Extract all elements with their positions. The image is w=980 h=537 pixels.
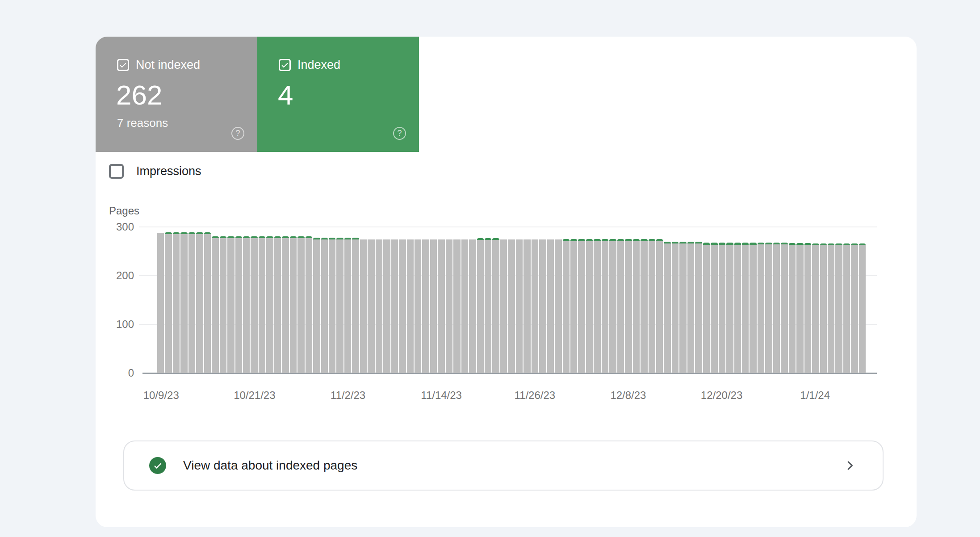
bar-11/20/23[interactable] (485, 238, 491, 373)
impressions-checkbox[interactable] (109, 164, 124, 179)
bar-12/17/23[interactable] (695, 242, 702, 373)
bar-11/4/23[interactable] (360, 239, 367, 373)
bar-12/25/23[interactable] (758, 243, 764, 373)
bar-1/1/24[interactable] (812, 243, 819, 373)
bar-10/18/23[interactable] (227, 236, 234, 373)
bar-11/8/23[interactable] (391, 239, 398, 373)
bar-11/16/23[interactable] (453, 239, 460, 373)
bar-10/29/23[interactable] (313, 238, 320, 373)
bar-11/14/23[interactable] (438, 239, 444, 373)
bar-11/10/23[interactable] (407, 239, 414, 373)
bar-11/29/23[interactable] (555, 239, 561, 373)
bar-12/31/23[interactable] (804, 243, 811, 373)
bar-11/26/23[interactable] (532, 239, 538, 373)
bar-1/6/24[interactable] (851, 243, 858, 373)
bar-11/27/23[interactable] (539, 239, 546, 373)
bar-11/23/23[interactable] (508, 239, 515, 373)
checkbox-checked-icon[interactable] (279, 59, 291, 71)
bar-1/4/24[interactable] (835, 243, 842, 373)
bar-11/28/23[interactable] (547, 239, 554, 373)
bar-10/21/23[interactable] (251, 236, 257, 373)
bar-12/15/23[interactable] (679, 242, 686, 373)
bar-1/3/24[interactable] (828, 243, 834, 373)
bar-12/4/23[interactable] (594, 239, 600, 373)
bar-11/6/23[interactable] (376, 239, 382, 373)
bar-11/5/23[interactable] (368, 239, 374, 373)
bar-12/12/23[interactable] (656, 239, 663, 373)
bar-10/16/23[interactable] (212, 236, 218, 373)
bar-10/31/23[interactable] (329, 238, 335, 373)
bar-11/22/23[interactable] (500, 239, 507, 373)
bar-12/16/23[interactable] (687, 242, 694, 373)
bar-11/7/23[interactable] (383, 239, 390, 373)
bar-12/3/23[interactable] (586, 239, 593, 373)
help-icon[interactable]: ? (231, 127, 244, 140)
bar-11/21/23[interactable] (492, 238, 499, 373)
bar-11/11/23[interactable] (415, 239, 421, 373)
bar-11/25/23[interactable] (524, 239, 530, 373)
bar-11/13/23[interactable] (430, 239, 437, 373)
bar-10/17/23[interactable] (220, 236, 226, 373)
bar-10/24/23[interactable] (274, 236, 281, 373)
bar-12/11/23[interactable] (649, 239, 655, 373)
bar-10/30/23[interactable] (321, 238, 328, 373)
bar-1/5/24[interactable] (843, 243, 850, 373)
bar-10/15/23[interactable] (204, 232, 211, 373)
bar-12/21/23[interactable] (726, 243, 733, 373)
bar-12/14/23[interactable] (672, 242, 678, 373)
bar-10/26/23[interactable] (290, 236, 297, 373)
bar-12/26/23[interactable] (765, 243, 772, 373)
bar-10/12/23[interactable] (180, 232, 187, 373)
bar-11/17/23[interactable] (461, 239, 468, 373)
bar-11/9/23[interactable] (399, 239, 406, 373)
bar-11/3/23[interactable] (352, 238, 359, 373)
bar-10/14/23[interactable] (196, 232, 203, 373)
bar-10/13/23[interactable] (188, 232, 195, 373)
bar-12/18/23[interactable] (703, 243, 710, 373)
bar-10/11/23[interactable] (173, 232, 180, 373)
bar-12/22/23[interactable] (734, 243, 741, 373)
bar-11/19/23[interactable] (477, 238, 484, 373)
bar-12/27/23[interactable] (773, 243, 780, 373)
bar-10/10/23[interactable] (165, 232, 172, 373)
bar-10/20/23[interactable] (243, 236, 250, 373)
bar-10/23/23[interactable] (266, 236, 273, 373)
bar-not-indexed-segment (695, 243, 702, 373)
bar-10/22/23[interactable] (259, 236, 265, 373)
bar-12/19/23[interactable] (711, 243, 717, 373)
bar-12/2/23[interactable] (578, 239, 585, 373)
not-indexed-card[interactable]: Not indexed 262 7 reasons ? (96, 37, 257, 152)
bar-12/6/23[interactable] (609, 239, 616, 373)
bar-10/9/23[interactable] (157, 233, 164, 373)
bar-12/10/23[interactable] (641, 239, 647, 373)
bar-12/1/23[interactable] (570, 239, 577, 373)
bar-12/24/23[interactable] (750, 243, 756, 373)
help-icon[interactable]: ? (393, 127, 406, 140)
bar-12/7/23[interactable] (617, 239, 624, 373)
bar-12/13/23[interactable] (664, 242, 670, 373)
bar-12/29/23[interactable] (789, 243, 796, 373)
bar-12/8/23[interactable] (625, 239, 632, 373)
bar-12/28/23[interactable] (781, 243, 787, 373)
checkbox-checked-icon[interactable] (117, 59, 129, 71)
bar-11/12/23[interactable] (422, 239, 429, 373)
bar-11/1/23[interactable] (336, 238, 343, 373)
bar-10/19/23[interactable] (235, 236, 242, 373)
indexed-card[interactable]: Indexed 4 ? (257, 37, 419, 152)
bar-12/20/23[interactable] (719, 243, 725, 373)
view-indexed-pages-link[interactable]: View data about indexed pages (123, 441, 884, 491)
bar-11/2/23[interactable] (344, 238, 351, 373)
bar-11/15/23[interactable] (446, 239, 452, 373)
bar-1/2/24[interactable] (820, 243, 827, 373)
bar-12/23/23[interactable] (742, 243, 749, 373)
bar-11/30/23[interactable] (563, 239, 570, 373)
bar-10/27/23[interactable] (297, 236, 304, 373)
bar-11/18/23[interactable] (469, 239, 476, 373)
bar-10/28/23[interactable] (306, 236, 312, 373)
bar-12/9/23[interactable] (633, 239, 640, 373)
bar-10/25/23[interactable] (282, 236, 289, 373)
bar-1/7/24[interactable] (859, 243, 866, 373)
bar-11/24/23[interactable] (516, 239, 523, 373)
bar-12/30/23[interactable] (796, 243, 803, 373)
bar-12/5/23[interactable] (602, 239, 608, 373)
